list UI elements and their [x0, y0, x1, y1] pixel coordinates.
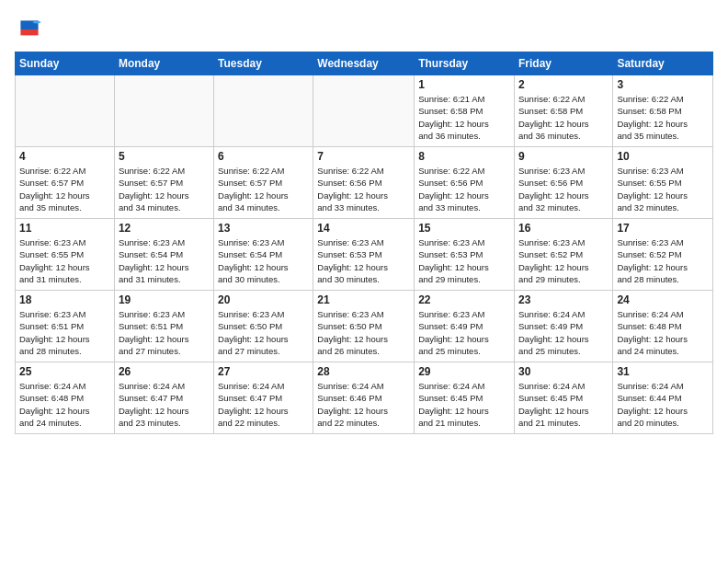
calendar-cell: 22Sunrise: 6:23 AM Sunset: 6:49 PM Dayli…: [415, 291, 515, 362]
day-number: 28: [317, 365, 410, 378]
cell-info: Sunrise: 6:24 AM Sunset: 6:48 PM Dayligh…: [19, 380, 110, 429]
cell-info: Sunrise: 6:23 AM Sunset: 6:54 PM Dayligh…: [218, 236, 309, 285]
day-number: 31: [617, 365, 709, 378]
cell-info: Sunrise: 6:23 AM Sunset: 6:55 PM Dayligh…: [617, 165, 709, 213]
col-header-wednesday: Wednesday: [313, 52, 415, 75]
cell-info: Sunrise: 6:23 AM Sunset: 6:51 PM Dayligh…: [19, 308, 110, 357]
calendar-cell: 7Sunrise: 6:22 AM Sunset: 6:56 PM Daylig…: [313, 147, 415, 219]
calendar-cell: 8Sunrise: 6:22 AM Sunset: 6:56 PM Daylig…: [415, 147, 515, 219]
calendar-cell: [214, 75, 313, 147]
cell-info: Sunrise: 6:22 AM Sunset: 6:58 PM Dayligh…: [518, 93, 609, 142]
logo-icon: [15, 15, 44, 44]
svg-marker-2: [20, 29, 38, 35]
calendar-cell: 11Sunrise: 6:23 AM Sunset: 6:55 PM Dayli…: [16, 219, 115, 291]
day-number: 25: [19, 365, 110, 378]
calendar-cell: 19Sunrise: 6:23 AM Sunset: 6:51 PM Dayli…: [114, 291, 213, 362]
cell-info: Sunrise: 6:23 AM Sunset: 6:51 PM Dayligh…: [119, 308, 210, 357]
calendar-cell: 3Sunrise: 6:22 AM Sunset: 6:58 PM Daylig…: [613, 75, 713, 147]
calendar-cell: 6Sunrise: 6:22 AM Sunset: 6:57 PM Daylig…: [214, 147, 313, 219]
calendar-header-row: SundayMondayTuesdayWednesdayThursdayFrid…: [16, 52, 713, 75]
col-header-friday: Friday: [514, 52, 612, 75]
col-header-sunday: Sunday: [16, 52, 115, 75]
day-number: 23: [518, 293, 609, 306]
calendar-week-4: 18Sunrise: 6:23 AM Sunset: 6:51 PM Dayli…: [16, 291, 713, 362]
calendar-cell: 21Sunrise: 6:23 AM Sunset: 6:50 PM Dayli…: [313, 291, 415, 362]
cell-info: Sunrise: 6:22 AM Sunset: 6:57 PM Dayligh…: [119, 165, 210, 213]
day-number: 3: [617, 78, 709, 91]
cell-info: Sunrise: 6:23 AM Sunset: 6:50 PM Dayligh…: [218, 308, 309, 357]
cell-info: Sunrise: 6:24 AM Sunset: 6:49 PM Dayligh…: [518, 308, 609, 357]
cell-info: Sunrise: 6:23 AM Sunset: 6:56 PM Dayligh…: [518, 165, 609, 213]
calendar-cell: 31Sunrise: 6:24 AM Sunset: 6:44 PM Dayli…: [613, 362, 713, 434]
calendar-table: SundayMondayTuesdayWednesdayThursdayFrid…: [15, 52, 713, 434]
cell-info: Sunrise: 6:22 AM Sunset: 6:57 PM Dayligh…: [19, 165, 110, 213]
cell-info: Sunrise: 6:24 AM Sunset: 6:47 PM Dayligh…: [119, 380, 210, 429]
day-number: 14: [317, 222, 410, 235]
calendar-cell: 28Sunrise: 6:24 AM Sunset: 6:46 PM Dayli…: [313, 362, 415, 434]
calendar-cell: [114, 75, 213, 147]
calendar-cell: 1Sunrise: 6:21 AM Sunset: 6:58 PM Daylig…: [415, 75, 515, 147]
calendar-cell: 24Sunrise: 6:24 AM Sunset: 6:48 PM Dayli…: [613, 291, 713, 362]
calendar-cell: 2Sunrise: 6:22 AM Sunset: 6:58 PM Daylig…: [514, 75, 612, 147]
calendar-cell: 14Sunrise: 6:23 AM Sunset: 6:53 PM Dayli…: [313, 219, 415, 291]
day-number: 11: [19, 222, 110, 235]
day-number: 5: [119, 150, 210, 163]
calendar-cell: 12Sunrise: 6:23 AM Sunset: 6:54 PM Dayli…: [114, 219, 213, 291]
calendar-cell: 25Sunrise: 6:24 AM Sunset: 6:48 PM Dayli…: [16, 362, 115, 434]
day-number: 26: [119, 365, 210, 378]
cell-info: Sunrise: 6:23 AM Sunset: 6:49 PM Dayligh…: [418, 308, 510, 357]
calendar-cell: 4Sunrise: 6:22 AM Sunset: 6:57 PM Daylig…: [16, 147, 115, 219]
col-header-saturday: Saturday: [613, 52, 713, 75]
day-number: 27: [218, 365, 309, 378]
cell-info: Sunrise: 6:21 AM Sunset: 6:58 PM Dayligh…: [418, 93, 510, 142]
cell-info: Sunrise: 6:23 AM Sunset: 6:50 PM Dayligh…: [317, 308, 410, 357]
calendar-week-1: 1Sunrise: 6:21 AM Sunset: 6:58 PM Daylig…: [16, 75, 713, 147]
calendar-cell: 20Sunrise: 6:23 AM Sunset: 6:50 PM Dayli…: [214, 291, 313, 362]
calendar-cell: 15Sunrise: 6:23 AM Sunset: 6:53 PM Dayli…: [415, 219, 515, 291]
calendar-week-3: 11Sunrise: 6:23 AM Sunset: 6:55 PM Dayli…: [16, 219, 713, 291]
page-header: [15, 15, 713, 44]
calendar-cell: 5Sunrise: 6:22 AM Sunset: 6:57 PM Daylig…: [114, 147, 213, 219]
logo: [15, 15, 48, 44]
cell-info: Sunrise: 6:22 AM Sunset: 6:57 PM Dayligh…: [218, 165, 309, 213]
calendar-cell: 16Sunrise: 6:23 AM Sunset: 6:52 PM Dayli…: [514, 219, 612, 291]
col-header-monday: Monday: [114, 52, 213, 75]
cell-info: Sunrise: 6:24 AM Sunset: 6:45 PM Dayligh…: [518, 380, 609, 429]
cell-info: Sunrise: 6:24 AM Sunset: 6:44 PM Dayligh…: [617, 380, 709, 429]
calendar-cell: 13Sunrise: 6:23 AM Sunset: 6:54 PM Dayli…: [214, 219, 313, 291]
cell-info: Sunrise: 6:22 AM Sunset: 6:58 PM Dayligh…: [617, 93, 709, 142]
cell-info: Sunrise: 6:23 AM Sunset: 6:55 PM Dayligh…: [19, 236, 110, 285]
cell-info: Sunrise: 6:23 AM Sunset: 6:53 PM Dayligh…: [418, 236, 510, 285]
calendar-week-2: 4Sunrise: 6:22 AM Sunset: 6:57 PM Daylig…: [16, 147, 713, 219]
cell-info: Sunrise: 6:24 AM Sunset: 6:45 PM Dayligh…: [418, 380, 510, 429]
calendar-cell: 27Sunrise: 6:24 AM Sunset: 6:47 PM Dayli…: [214, 362, 313, 434]
day-number: 13: [218, 222, 309, 235]
cell-info: Sunrise: 6:23 AM Sunset: 6:54 PM Dayligh…: [119, 236, 210, 285]
calendar-week-5: 25Sunrise: 6:24 AM Sunset: 6:48 PM Dayli…: [16, 362, 713, 434]
cell-info: Sunrise: 6:24 AM Sunset: 6:46 PM Dayligh…: [317, 380, 410, 429]
cell-info: Sunrise: 6:23 AM Sunset: 6:53 PM Dayligh…: [317, 236, 410, 285]
day-number: 30: [518, 365, 609, 378]
col-header-tuesday: Tuesday: [214, 52, 313, 75]
cell-info: Sunrise: 6:24 AM Sunset: 6:47 PM Dayligh…: [218, 380, 309, 429]
day-number: 19: [119, 293, 210, 306]
calendar-cell: 23Sunrise: 6:24 AM Sunset: 6:49 PM Dayli…: [514, 291, 612, 362]
day-number: 22: [418, 293, 510, 306]
calendar-cell: 9Sunrise: 6:23 AM Sunset: 6:56 PM Daylig…: [514, 147, 612, 219]
day-number: 1: [418, 78, 510, 91]
day-number: 7: [317, 150, 410, 163]
calendar-cell: 29Sunrise: 6:24 AM Sunset: 6:45 PM Dayli…: [415, 362, 515, 434]
calendar-cell: 10Sunrise: 6:23 AM Sunset: 6:55 PM Dayli…: [613, 147, 713, 219]
day-number: 20: [218, 293, 309, 306]
day-number: 17: [617, 222, 709, 235]
calendar-cell: 26Sunrise: 6:24 AM Sunset: 6:47 PM Dayli…: [114, 362, 213, 434]
day-number: 29: [418, 365, 510, 378]
calendar-cell: [313, 75, 415, 147]
cell-info: Sunrise: 6:22 AM Sunset: 6:56 PM Dayligh…: [418, 165, 510, 213]
day-number: 8: [418, 150, 510, 163]
cell-info: Sunrise: 6:22 AM Sunset: 6:56 PM Dayligh…: [317, 165, 410, 213]
day-number: 18: [19, 293, 110, 306]
day-number: 21: [317, 293, 410, 306]
day-number: 10: [617, 150, 709, 163]
day-number: 16: [518, 222, 609, 235]
